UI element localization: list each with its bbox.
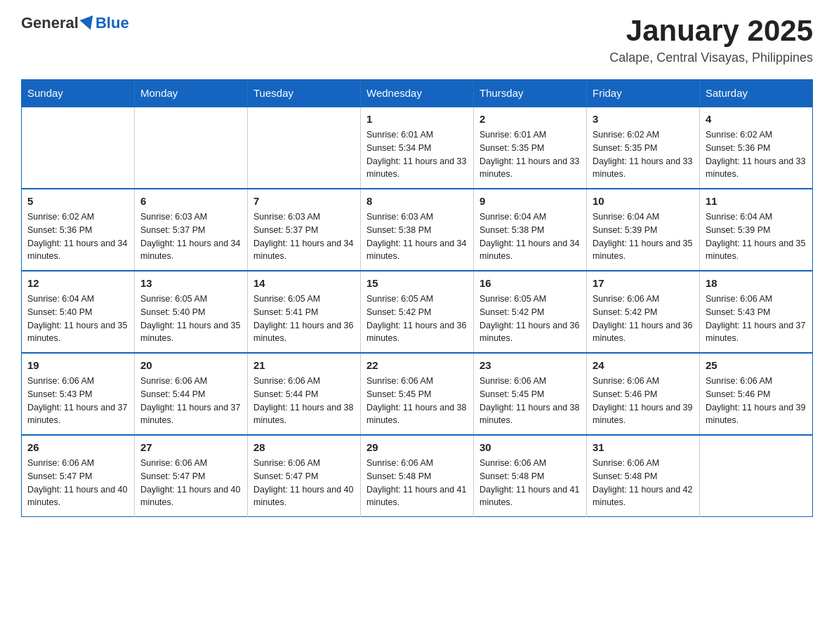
day-info: Sunrise: 6:06 AMSunset: 5:48 PMDaylight:… <box>479 457 581 509</box>
weekday-header-sunday: Sunday <box>22 80 135 107</box>
calendar-cell: 22Sunrise: 6:06 AMSunset: 5:45 PMDayligh… <box>361 353 474 435</box>
day-info: Sunrise: 6:06 AMSunset: 5:45 PMDaylight:… <box>479 375 581 427</box>
calendar-cell: 21Sunrise: 6:06 AMSunset: 5:44 PMDayligh… <box>248 353 361 435</box>
day-info: Sunrise: 6:02 AMSunset: 5:35 PMDaylight:… <box>593 128 694 181</box>
day-number: 28 <box>253 441 355 453</box>
weekday-header-saturday: Saturday <box>700 80 813 107</box>
day-info: Sunrise: 6:06 AMSunset: 5:47 PMDaylight:… <box>27 457 128 509</box>
calendar-cell <box>248 107 361 189</box>
weekday-header-thursday: Thursday <box>474 80 587 107</box>
weekday-header-tuesday: Tuesday <box>248 80 361 107</box>
calendar-cell: 15Sunrise: 6:05 AMSunset: 5:42 PMDayligh… <box>361 271 474 353</box>
calendar-cell: 7Sunrise: 6:03 AMSunset: 5:37 PMDaylight… <box>248 189 361 271</box>
weekday-header-monday: Monday <box>135 80 248 107</box>
day-info: Sunrise: 6:02 AMSunset: 5:36 PMDaylight:… <box>706 128 807 181</box>
day-number: 18 <box>706 277 807 289</box>
day-info: Sunrise: 6:01 AMSunset: 5:35 PMDaylight:… <box>479 128 581 181</box>
day-info: Sunrise: 6:06 AMSunset: 5:47 PMDaylight:… <box>140 457 241 509</box>
logo: General Blue <box>21 14 129 32</box>
day-number: 3 <box>593 113 694 125</box>
calendar-cell: 13Sunrise: 6:05 AMSunset: 5:40 PMDayligh… <box>135 271 248 353</box>
calendar-cell: 8Sunrise: 6:03 AMSunset: 5:38 PMDaylight… <box>361 189 474 271</box>
day-info: Sunrise: 6:06 AMSunset: 5:44 PMDaylight:… <box>140 375 241 427</box>
day-number: 20 <box>140 359 241 371</box>
day-info: Sunrise: 6:05 AMSunset: 5:42 PMDaylight:… <box>366 293 468 345</box>
day-info: Sunrise: 6:02 AMSunset: 5:36 PMDaylight:… <box>27 210 128 263</box>
day-number: 26 <box>27 441 128 453</box>
calendar-cell: 2Sunrise: 6:01 AMSunset: 5:35 PMDaylight… <box>474 107 587 189</box>
day-number: 1 <box>366 113 468 125</box>
day-number: 13 <box>140 277 241 289</box>
calendar-cell: 5Sunrise: 6:02 AMSunset: 5:36 PMDaylight… <box>22 189 135 271</box>
subtitle: Calape, Central Visayas, Philippines <box>609 51 813 65</box>
day-info: Sunrise: 6:05 AMSunset: 5:40 PMDaylight:… <box>140 293 241 345</box>
calendar-header-row: SundayMondayTuesdayWednesdayThursdayFrid… <box>22 80 813 107</box>
calendar-cell: 27Sunrise: 6:06 AMSunset: 5:47 PMDayligh… <box>135 435 248 517</box>
day-info: Sunrise: 6:06 AMSunset: 5:46 PMDaylight:… <box>706 375 807 427</box>
day-number: 21 <box>253 359 355 371</box>
calendar-cell: 19Sunrise: 6:06 AMSunset: 5:43 PMDayligh… <box>22 353 135 435</box>
page-header: General Blue January 2025 Calape, Centra… <box>21 14 813 65</box>
day-number: 11 <box>706 195 807 207</box>
logo-triangle-icon <box>79 15 97 32</box>
calendar-cell: 14Sunrise: 6:05 AMSunset: 5:41 PMDayligh… <box>248 271 361 353</box>
logo-blue-text: Blue <box>95 14 129 32</box>
calendar-cell: 18Sunrise: 6:06 AMSunset: 5:43 PMDayligh… <box>700 271 813 353</box>
calendar-cell <box>22 107 135 189</box>
day-number: 7 <box>253 195 355 207</box>
calendar-cell: 30Sunrise: 6:06 AMSunset: 5:48 PMDayligh… <box>474 435 587 517</box>
week-row-1: 1Sunrise: 6:01 AMSunset: 5:34 PMDaylight… <box>22 107 813 189</box>
day-number: 25 <box>706 359 807 371</box>
day-info: Sunrise: 6:06 AMSunset: 5:43 PMDaylight:… <box>27 375 128 427</box>
day-info: Sunrise: 6:04 AMSunset: 5:39 PMDaylight:… <box>706 210 807 263</box>
day-info: Sunrise: 6:03 AMSunset: 5:37 PMDaylight:… <box>140 210 241 263</box>
day-info: Sunrise: 6:04 AMSunset: 5:40 PMDaylight:… <box>27 293 128 345</box>
week-row-4: 19Sunrise: 6:06 AMSunset: 5:43 PMDayligh… <box>22 353 813 435</box>
calendar-cell: 9Sunrise: 6:04 AMSunset: 5:38 PMDaylight… <box>474 189 587 271</box>
week-row-2: 5Sunrise: 6:02 AMSunset: 5:36 PMDaylight… <box>22 189 813 271</box>
calendar-cell: 4Sunrise: 6:02 AMSunset: 5:36 PMDaylight… <box>700 107 813 189</box>
weekday-header-wednesday: Wednesday <box>361 80 474 107</box>
day-number: 19 <box>27 359 128 371</box>
day-number: 4 <box>706 113 807 125</box>
day-number: 9 <box>479 195 581 207</box>
day-info: Sunrise: 6:01 AMSunset: 5:34 PMDaylight:… <box>366 128 468 181</box>
calendar-cell <box>700 435 813 517</box>
day-number: 24 <box>593 359 694 371</box>
day-number: 6 <box>140 195 241 207</box>
day-info: Sunrise: 6:06 AMSunset: 5:42 PMDaylight:… <box>593 293 694 345</box>
day-info: Sunrise: 6:05 AMSunset: 5:41 PMDaylight:… <box>253 293 355 345</box>
calendar-cell: 3Sunrise: 6:02 AMSunset: 5:35 PMDaylight… <box>587 107 700 189</box>
day-info: Sunrise: 6:04 AMSunset: 5:38 PMDaylight:… <box>479 210 581 263</box>
calendar-cell: 29Sunrise: 6:06 AMSunset: 5:48 PMDayligh… <box>361 435 474 517</box>
day-number: 27 <box>140 441 241 453</box>
calendar-cell: 1Sunrise: 6:01 AMSunset: 5:34 PMDaylight… <box>361 107 474 189</box>
day-number: 23 <box>479 359 581 371</box>
day-number: 14 <box>253 277 355 289</box>
day-number: 10 <box>593 195 694 207</box>
logo-general-text: General <box>21 14 79 32</box>
week-row-5: 26Sunrise: 6:06 AMSunset: 5:47 PMDayligh… <box>22 435 813 517</box>
calendar-cell <box>135 107 248 189</box>
calendar-cell: 17Sunrise: 6:06 AMSunset: 5:42 PMDayligh… <box>587 271 700 353</box>
day-number: 17 <box>593 277 694 289</box>
main-title: January 2025 <box>609 14 813 48</box>
calendar-cell: 28Sunrise: 6:06 AMSunset: 5:47 PMDayligh… <box>248 435 361 517</box>
calendar-cell: 31Sunrise: 6:06 AMSunset: 5:48 PMDayligh… <box>587 435 700 517</box>
calendar-cell: 16Sunrise: 6:05 AMSunset: 5:42 PMDayligh… <box>474 271 587 353</box>
calendar-table: SundayMondayTuesdayWednesdayThursdayFrid… <box>21 79 813 517</box>
day-number: 12 <box>27 277 128 289</box>
week-row-3: 12Sunrise: 6:04 AMSunset: 5:40 PMDayligh… <box>22 271 813 353</box>
day-number: 2 <box>479 113 581 125</box>
day-number: 22 <box>366 359 468 371</box>
day-info: Sunrise: 6:06 AMSunset: 5:44 PMDaylight:… <box>253 375 355 427</box>
calendar-cell: 20Sunrise: 6:06 AMSunset: 5:44 PMDayligh… <box>135 353 248 435</box>
day-info: Sunrise: 6:06 AMSunset: 5:45 PMDaylight:… <box>366 375 468 427</box>
title-block: January 2025 Calape, Central Visayas, Ph… <box>609 14 813 65</box>
day-number: 8 <box>366 195 468 207</box>
day-info: Sunrise: 6:06 AMSunset: 5:48 PMDaylight:… <box>593 457 694 509</box>
day-info: Sunrise: 6:03 AMSunset: 5:38 PMDaylight:… <box>366 210 468 263</box>
day-info: Sunrise: 6:06 AMSunset: 5:43 PMDaylight:… <box>706 293 807 345</box>
day-info: Sunrise: 6:06 AMSunset: 5:47 PMDaylight:… <box>253 457 355 509</box>
day-info: Sunrise: 6:06 AMSunset: 5:48 PMDaylight:… <box>366 457 468 509</box>
